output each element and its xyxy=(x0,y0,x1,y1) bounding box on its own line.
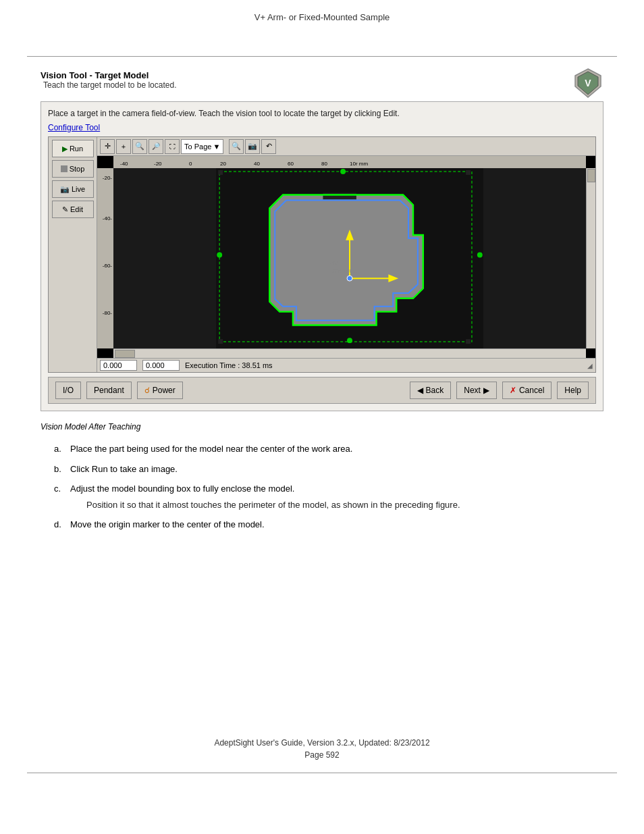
edit-icon: ✎ xyxy=(62,205,68,214)
vision-statusbar: 0.000 0.000 Execution Time : 38.51 ms ◢ xyxy=(97,358,595,372)
power-icon: ☌ xyxy=(144,386,150,395)
ruler-label: -20- xyxy=(103,175,112,181)
resize-handle: ◢ xyxy=(587,362,593,369)
list-label-d: d. xyxy=(54,518,70,531)
ruler-label: 0 xyxy=(189,161,192,167)
svg-rect-16 xyxy=(466,339,471,344)
pointer-btn[interactable]: ↶ xyxy=(261,139,276,154)
list-label-a: a. xyxy=(54,442,70,456)
page-header: V+ Arm- or Fixed-Mounted Sample xyxy=(0,0,644,22)
footer-main-text: AdeptSight User's Guide, Version 3.2.x, … xyxy=(0,738,644,748)
camera-view: -40 -20 0 20 40 60 80 10r mm -20- -40- -… xyxy=(97,156,595,358)
svg-text:AM-: AM- xyxy=(329,259,340,266)
camera-btn[interactable]: 📷 xyxy=(245,139,260,154)
ruler-label: 10r mm xyxy=(350,161,368,167)
next-arrow-icon: ▶ xyxy=(483,386,489,395)
power-button[interactable]: ☌ Power xyxy=(137,382,183,399)
svg-text:V: V xyxy=(585,78,591,88)
sub-paragraph-c: Position it so that it almost touches th… xyxy=(86,498,603,512)
exec-time: Execution Time : 38.51 ms xyxy=(185,361,273,369)
stop-icon xyxy=(61,165,68,172)
main-content: Vision Tool - Target Model Teach the tar… xyxy=(0,57,644,552)
list-item-c: c. Adjust the model bounding box to full… xyxy=(54,482,603,511)
list-item-d: d. Move the origin marker to the center … xyxy=(54,518,603,531)
y-coord: 0.000 xyxy=(142,360,180,371)
svg-text:1234-15U...: 1234-15U... xyxy=(329,268,357,274)
crosshair-btn[interactable]: ✛ xyxy=(100,139,115,154)
ruler-label: -80- xyxy=(103,310,112,316)
io-button[interactable]: I/O xyxy=(55,382,81,399)
footer-page-number: Page 592 xyxy=(0,750,644,760)
dropdown-arrow-icon: ▼ xyxy=(213,142,220,151)
ruler-label: 40 xyxy=(254,161,260,167)
section-title-row: Vision Tool - Target Model Teach the tar… xyxy=(41,70,603,99)
svg-point-10 xyxy=(347,276,352,281)
next-button[interactable]: Next ▶ xyxy=(456,382,497,399)
list-text-a: Place the part being used for the model … xyxy=(70,442,603,456)
pendant-button[interactable]: Pendant xyxy=(86,382,132,399)
scrollbar-v[interactable] xyxy=(586,168,595,348)
run-button[interactable]: ▶ Run xyxy=(52,140,94,157)
header-title: V+ Arm- or Fixed-Mounted Sample xyxy=(254,12,390,22)
cancel-icon: ✗ xyxy=(510,386,516,395)
svg-point-19 xyxy=(340,169,346,174)
add-btn[interactable]: + xyxy=(116,139,131,154)
help-button[interactable]: Help xyxy=(557,382,589,399)
vision-toolbar: ✛ + 🔍 🔎 ⛶ To Page ▼ 🔍 📷 ↶ xyxy=(97,137,595,156)
svg-rect-14 xyxy=(466,170,471,175)
figure-caption: Vision Model After Teaching xyxy=(41,422,603,432)
live-button[interactable]: 📷 Live xyxy=(52,180,94,198)
configure-tool-link[interactable]: Configure Tool xyxy=(48,123,100,132)
section-title: Vision Tool - Target Model xyxy=(41,70,176,80)
live-icon: 📷 xyxy=(60,185,70,194)
list-text-b: Click Run to take an image. xyxy=(70,463,603,476)
ruler-label: -20 xyxy=(154,161,162,167)
dialog-box: Place a target in the camera field-of-vi… xyxy=(41,101,603,411)
ruler-label: 20 xyxy=(220,161,226,167)
ruler-label: -60- xyxy=(103,263,112,269)
ruler-label: 80 xyxy=(321,161,327,167)
ruler-label: -40- xyxy=(103,215,112,221)
section-subtitle: Teach the target model to be located. xyxy=(43,80,176,90)
ruler-top: -40 -20 0 20 40 60 80 10r mm xyxy=(113,156,586,168)
bottom-rule xyxy=(27,773,617,773)
back-arrow-icon: ◀ xyxy=(417,386,423,395)
ruler-left: -20- -40- -60- -80- xyxy=(97,168,113,348)
list-items: a. Place the part being used for the mod… xyxy=(54,442,603,531)
svg-point-17 xyxy=(217,253,222,258)
stop-button[interactable]: Stop xyxy=(52,160,94,178)
cancel-button[interactable]: ✗ Cancel xyxy=(502,382,552,399)
nav-bar: I/O Pendant ☌ Power ◀ Back Next ▶ ✗ Canc… xyxy=(48,377,596,404)
zoom-out-btn[interactable]: 🔎 xyxy=(149,139,163,154)
section-title-block: Vision Tool - Target Model Teach the tar… xyxy=(41,70,176,98)
ruler-label: -40 xyxy=(120,161,128,167)
fit-btn[interactable]: ⛶ xyxy=(165,139,180,154)
list-label-c: c. xyxy=(54,482,70,511)
vision-sidebar: ▶ Run Stop 📷 Live ✎ Edit xyxy=(49,137,97,372)
search-btn[interactable]: 🔍 xyxy=(229,139,244,154)
camera-svg: AM- 1234-15U... xyxy=(113,168,586,348)
ruler-label: 60 xyxy=(288,161,294,167)
zoom-in-btn[interactable]: 🔍 xyxy=(132,139,147,154)
svg-point-20 xyxy=(347,338,352,343)
vision-panel: ▶ Run Stop 📷 Live ✎ Edit xyxy=(48,136,596,373)
wizard-icon: V xyxy=(572,68,603,99)
list-text-d: Move the origin marker to the center of … xyxy=(70,518,603,531)
list-text-c: Adjust the model bounding box to fully e… xyxy=(70,484,294,494)
x-coord: 0.000 xyxy=(100,360,137,371)
svg-rect-5 xyxy=(323,193,356,200)
list-item-a: a. Place the part being used for the mod… xyxy=(54,442,603,456)
back-button[interactable]: ◀ Back xyxy=(410,382,452,399)
camera-image-area: AM- 1234-15U... xyxy=(113,168,586,348)
list-label-b: b. xyxy=(54,463,70,476)
edit-button[interactable]: ✎ Edit xyxy=(52,201,94,218)
svg-rect-15 xyxy=(218,339,223,344)
run-icon: ▶ xyxy=(62,145,68,153)
page-footer: AdeptSight User's Guide, Version 3.2.x, … xyxy=(0,738,644,760)
to-page-dropdown[interactable]: To Page ▼ xyxy=(181,139,223,154)
vision-main: ✛ + 🔍 🔎 ⛶ To Page ▼ 🔍 📷 ↶ xyxy=(97,137,595,372)
svg-point-18 xyxy=(477,253,483,258)
scrollbar-h[interactable] xyxy=(113,348,586,358)
dialog-instruction: Place a target in the camera field-of-vi… xyxy=(48,109,596,118)
svg-rect-13 xyxy=(218,170,223,175)
